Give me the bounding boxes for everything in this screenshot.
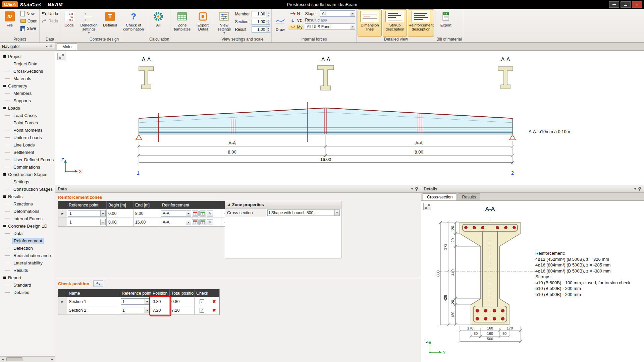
stage-dropdown[interactable]: All (320, 10, 355, 17)
section2-total-position[interactable]: 7.20 (170, 306, 195, 315)
dimension-lines-button[interactable]: Dimension lines (358, 9, 382, 37)
zone2-edit-button[interactable]: ✎ (207, 219, 213, 225)
calculate-all-button[interactable]: All (149, 9, 167, 37)
section-scale-value[interactable] (252, 19, 266, 24)
zone2-begin[interactable]: 8.00 (107, 218, 133, 227)
check-row-1[interactable]: ▸ Section 1 1 0.80 0.80 ✓ ✖ (58, 297, 219, 306)
force-vz-toggle[interactable]: Vz (288, 17, 304, 23)
nav-cd-reinforcement[interactable]: Reinforcement (5, 237, 55, 244)
details-panel-collapse-icon[interactable]: ▾ (634, 187, 636, 191)
zone-properties-header[interactable]: Zone properties (225, 201, 341, 208)
nav-cross-sections[interactable]: Cross-Sections (5, 67, 55, 75)
nav-load-cases[interactable]: Load Cases (5, 112, 55, 119)
data-panel-collapse-icon[interactable]: ▾ (411, 187, 413, 191)
nav-report[interactable]: Report (3, 274, 55, 281)
zone1-copy-template-button[interactable] (192, 210, 199, 217)
nav-cd-redistribution[interactable]: Redistribution and r (5, 252, 55, 259)
nav-loads[interactable]: Loads (3, 104, 55, 112)
result-scale-input[interactable]: ▲▼ (252, 26, 270, 33)
nav-project-data[interactable]: Project Data (5, 60, 55, 67)
nav-point-forces[interactable]: Point Forces (5, 119, 55, 126)
nav-project[interactable]: Project (3, 53, 55, 60)
nav-cs-settings[interactable]: Settings (5, 178, 55, 185)
cross-section-dropdown-arrow[interactable] (334, 210, 339, 216)
nav-construction-stages[interactable]: Construction Stages (3, 171, 55, 178)
zone-row-2[interactable]: 1 8.00 16.00 A-A ✎ (58, 218, 240, 227)
nav-settlement[interactable]: Settlement (5, 148, 55, 156)
force-n-toggle[interactable]: N (288, 10, 304, 17)
beam-drawing-area[interactable]: A-A A-A A-A (55, 51, 644, 185)
nav-results[interactable]: Results (3, 193, 55, 200)
result-class-dropdown-arrow[interactable] (350, 24, 355, 29)
result-scale-value[interactable] (252, 27, 266, 32)
file-button[interactable]: ID File (1, 9, 18, 37)
result-class-dropdown[interactable]: All ULS Fund (305, 23, 355, 30)
result-scale-spinner[interactable]: ▲▼ (266, 27, 270, 32)
moment-my-toggle[interactable]: My (288, 24, 304, 30)
cross-section-dropdown[interactable]: I Shape with haunch 800,... (267, 209, 340, 216)
view-settings-button[interactable]: View settings▼ (214, 9, 234, 37)
nav-user-defined-forces[interactable]: User-Defined Forces (5, 156, 55, 163)
section1-name[interactable]: Section 1 (67, 297, 120, 306)
section1-position[interactable]: 0.80 (151, 297, 170, 306)
details-expand-button[interactable] (423, 203, 431, 210)
zone1-end[interactable]: 8.00 (133, 209, 160, 218)
cross-section-view[interactable]: A-A (421, 201, 644, 362)
section1-total-position[interactable]: 0.80 (170, 297, 195, 306)
check-of-combination-button[interactable]: ? Check of combination (120, 9, 147, 37)
nav-cd-lateral-stability[interactable]: Lateral stability (5, 259, 55, 266)
nav-point-moments[interactable]: Point Moments (5, 126, 55, 134)
check-position-sync-button[interactable] (93, 280, 103, 287)
zone1-edit-button[interactable]: ✎ (207, 210, 213, 217)
section-scale-input[interactable]: ▲▼ (252, 19, 270, 25)
tab-cross-section[interactable]: Cross-section (423, 193, 457, 200)
nav-cd-data[interactable]: Data (5, 230, 55, 237)
detailed-button[interactable]: T Detailed (101, 9, 119, 37)
redo-button[interactable]: Redo (41, 18, 59, 24)
nav-geometry[interactable]: Geometry (3, 82, 55, 89)
nav-internal-forces[interactable]: Internal Forces (5, 215, 55, 222)
member-scale-spinner[interactable]: ▲▼ (266, 11, 270, 17)
zone1-begin[interactable]: 0.00 (107, 209, 133, 218)
check-row-2[interactable]: Section 2 1 7.20 7.20 ✓ ✖ (58, 306, 219, 315)
stirrup-description-button[interactable]: Stirrup description (383, 9, 407, 37)
nav-members[interactable]: Members (5, 89, 55, 97)
tab-main[interactable]: Main (57, 43, 77, 50)
navigator-collapse-icon[interactable]: ▾ (46, 45, 48, 48)
deflection-settings-button[interactable]: 1 ———2 ———3 ——— Deflection settings▼ (78, 9, 100, 37)
beam-body[interactable] (139, 108, 513, 134)
expand-view-button[interactable] (57, 53, 65, 60)
zone-templates-button[interactable]: Zone templates (171, 9, 193, 37)
data-panel-pin-icon[interactable] (415, 187, 419, 191)
section2-check-checkbox[interactable]: ✓ (200, 308, 204, 313)
section2-delete-button[interactable]: ✖ (209, 306, 219, 315)
details-panel-pin-icon[interactable] (638, 187, 642, 191)
minimize-button[interactable] (609, 1, 619, 8)
nav-cs-construction-stages[interactable]: Construction Stages (5, 185, 55, 193)
reinforcement-description-button[interactable]: Reinforcement description (408, 9, 434, 37)
nav-report-detailed[interactable]: Detailed (5, 289, 55, 296)
maximize-button[interactable] (621, 1, 631, 8)
nav-line-loads[interactable]: Line Loads (5, 141, 55, 148)
nav-deformations[interactable]: Deformations (5, 207, 55, 215)
nav-cd-results[interactable]: Results (5, 266, 55, 274)
zone2-reinforcement-dropdown[interactable]: A-A (161, 219, 191, 225)
draw-button[interactable]: Draw (273, 9, 287, 37)
undo-button[interactable]: Undo (41, 10, 59, 17)
section2-reference-point-dropdown[interactable]: 1 (121, 307, 150, 313)
scroll-left-icon[interactable]: ◄ (0, 358, 6, 361)
close-button[interactable]: × (632, 1, 642, 8)
nav-report-standard[interactable]: Standard (5, 281, 55, 289)
section-scale-spinner[interactable]: ▲▼ (266, 19, 270, 24)
new-button[interactable]: New (19, 10, 38, 17)
zone1-reference-point-dropdown[interactable]: 1 (68, 210, 106, 217)
stage-dropdown-arrow[interactable] (350, 11, 355, 16)
section1-check-checkbox[interactable]: ✓ (200, 299, 204, 304)
section2-position[interactable]: 7.20 (151, 306, 170, 315)
nav-cd-deflection[interactable]: Deflection (5, 244, 55, 252)
navigator-pin-icon[interactable] (49, 45, 53, 48)
navigator-hscrollbar[interactable]: ◄ ► (0, 356, 55, 362)
tab-results[interactable]: Results (458, 193, 480, 200)
code-button[interactable]: 1.455025.8 Code (61, 9, 77, 37)
nav-materials[interactable]: Materials (5, 75, 55, 82)
